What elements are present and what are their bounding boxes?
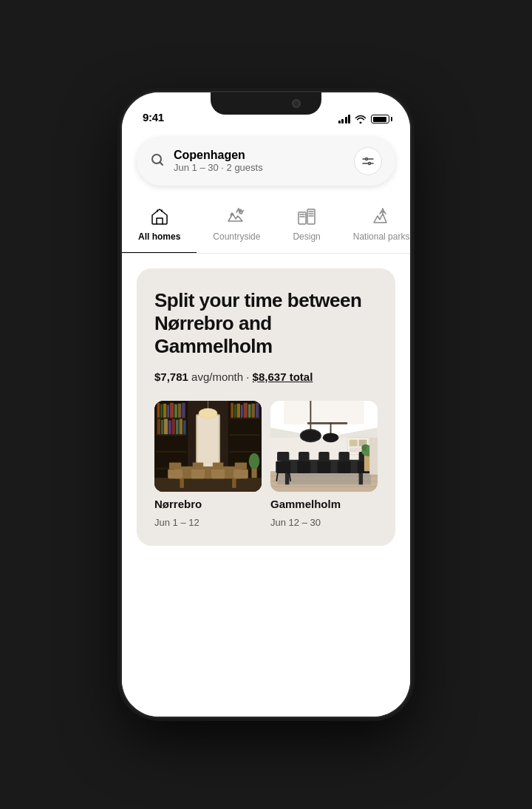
svg-rect-35 — [157, 419, 161, 434]
search-text: Copenhagen Jun 1 – 30 · 2 guests — [174, 148, 345, 175]
gammelholm-room-svg — [270, 401, 378, 492]
svg-rect-41 — [180, 419, 183, 434]
tab-national-parks-label: National parks — [353, 231, 410, 242]
search-details: Jun 1 – 30 · 2 guests — [174, 162, 345, 175]
svg-rect-60 — [180, 478, 183, 488]
svg-rect-27 — [157, 402, 160, 417]
svg-rect-67 — [193, 462, 204, 469]
svg-rect-40 — [176, 419, 179, 434]
home-icon — [149, 206, 170, 227]
search-destination: Copenhagen — [174, 148, 345, 162]
svg-rect-34 — [182, 402, 185, 417]
camera — [292, 99, 301, 108]
split-card[interactable]: Split your time between Nørrebro and Gam… — [137, 268, 395, 546]
svg-rect-95 — [297, 461, 310, 473]
tab-countryside[interactable]: Countryside — [197, 200, 276, 253]
svg-rect-92 — [285, 473, 289, 484]
svg-rect-47 — [231, 402, 233, 417]
svg-rect-38 — [168, 420, 171, 434]
norrebro-room-svg — [154, 401, 262, 492]
svg-rect-93 — [359, 473, 363, 484]
countryside-icon — [226, 206, 247, 227]
svg-rect-23 — [156, 417, 187, 419]
filter-icon — [361, 155, 375, 168]
svg-rect-102 — [338, 451, 349, 461]
svg-rect-25 — [156, 451, 187, 453]
svg-rect-97 — [338, 461, 351, 473]
search-bar[interactable]: Copenhagen Jun 1 – 30 · 2 guests — [137, 137, 395, 186]
tab-design[interactable]: Design — [276, 200, 336, 253]
svg-rect-68 — [213, 462, 224, 469]
svg-rect-54 — [256, 402, 259, 417]
national-parks-icon — [371, 206, 392, 227]
svg-rect-45 — [230, 451, 261, 453]
avg-label: avg/month · — [188, 370, 253, 383]
svg-rect-33 — [178, 403, 182, 417]
gammelholm-name: Gammelholm — [270, 498, 378, 511]
tab-countryside-label: Countryside — [213, 231, 260, 242]
svg-rect-31 — [170, 402, 174, 417]
svg-rect-50 — [241, 404, 243, 417]
svg-rect-61 — [232, 478, 236, 488]
svg-point-82 — [301, 430, 320, 441]
tab-all-homes[interactable]: All homes — [122, 200, 197, 254]
svg-rect-53 — [251, 403, 255, 417]
svg-point-71 — [249, 453, 260, 469]
svg-rect-59 — [174, 466, 242, 478]
svg-point-85 — [323, 433, 339, 442]
svg-rect-66 — [169, 462, 181, 469]
svg-rect-96 — [317, 461, 330, 473]
phone-content: 9:41 — [122, 92, 410, 717]
wifi-icon — [355, 115, 366, 123]
norrebro-name: Nørrebro — [154, 498, 262, 511]
svg-rect-48 — [234, 404, 236, 417]
category-tabs: All homes Countryside — [122, 186, 410, 254]
svg-rect-28 — [160, 404, 163, 417]
design-icon — [296, 206, 317, 227]
norrebro-dates: Jun 1 – 12 — [154, 517, 262, 528]
status-time: 9:41 — [143, 111, 164, 123]
svg-rect-62 — [168, 469, 183, 478]
svg-rect-51 — [244, 402, 248, 417]
svg-rect-37 — [164, 419, 168, 434]
svg-rect-64 — [211, 469, 225, 478]
svg-rect-36 — [161, 419, 163, 434]
status-icons — [338, 115, 390, 123]
home-item-gammelholm[interactable]: Gammelholm Jun 12 – 30 — [270, 401, 378, 528]
card-title: Split your time between Nørrebro and Gam… — [154, 289, 378, 359]
filter-button[interactable] — [354, 147, 382, 175]
svg-rect-49 — [236, 403, 240, 417]
svg-rect-43 — [230, 417, 261, 419]
norrebro-image — [154, 401, 262, 492]
notch — [211, 92, 321, 115]
tab-national-parks[interactable]: National parks — [337, 200, 410, 253]
svg-rect-77 — [349, 439, 358, 446]
home-item-norrebro[interactable]: Nørrebro Jun 1 – 12 — [154, 401, 262, 528]
tab-design-label: Design — [293, 231, 320, 242]
main-content: Split your time between Nørrebro and Gam… — [122, 254, 410, 568]
svg-rect-65 — [233, 469, 248, 478]
svg-rect-52 — [248, 404, 251, 417]
svg-rect-58 — [154, 478, 262, 492]
homes-grid: Nørrebro Jun 1 – 12 — [154, 401, 378, 528]
phone-frame: 9:41 — [122, 92, 410, 717]
svg-rect-44 — [230, 434, 261, 436]
svg-rect-100 — [299, 451, 310, 461]
svg-point-57 — [200, 408, 217, 418]
svg-rect-29 — [163, 403, 167, 417]
svg-rect-110 — [369, 437, 378, 474]
svg-rect-39 — [172, 419, 176, 434]
avg-price: $7,781 — [154, 370, 188, 383]
svg-rect-30 — [167, 404, 169, 417]
card-pricing: $7,781 avg/month · $8,637 total — [154, 370, 378, 383]
svg-rect-70 — [251, 467, 256, 478]
svg-rect-94 — [276, 461, 290, 473]
svg-rect-83 — [307, 422, 347, 424]
total-price[interactable]: $8,637 total — [253, 370, 313, 383]
signal-icon — [338, 115, 351, 123]
svg-rect-42 — [183, 420, 186, 434]
svg-rect-75 — [284, 401, 364, 424]
battery-icon — [371, 115, 389, 123]
svg-rect-63 — [191, 469, 205, 478]
search-icon — [150, 152, 165, 171]
